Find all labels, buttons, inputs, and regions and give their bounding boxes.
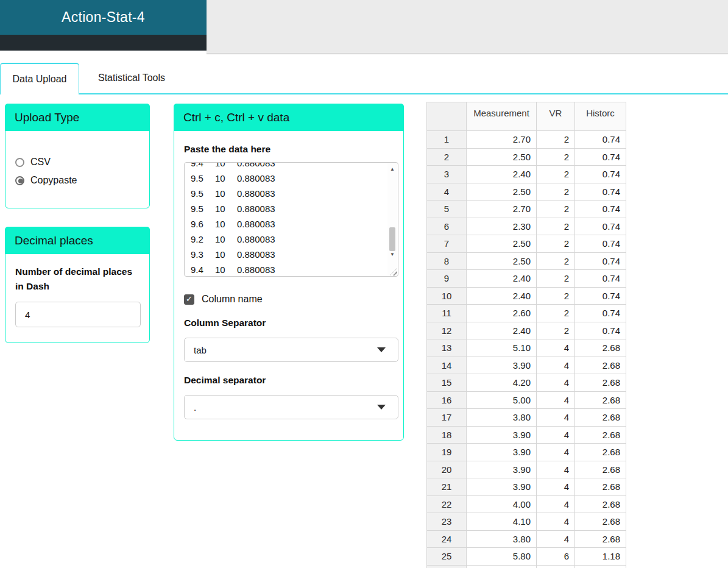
scroll-down-icon[interactable]: ▼	[387, 250, 397, 258]
index-column-header	[427, 102, 467, 131]
data-cell: 2	[537, 322, 575, 339]
table-row: 42.5020.74	[427, 183, 626, 201]
decimal-separator-label: Decimal separator	[184, 373, 394, 388]
data-cell: 1.18	[575, 548, 626, 566]
radio-option-label: CSV	[30, 157, 51, 168]
data-cell: 0.74	[575, 322, 626, 339]
table-row: 154.2042.68	[427, 374, 626, 392]
data-cell: 4	[537, 391, 575, 409]
data-cell: 4	[537, 444, 575, 461]
data-cell: 3.90	[467, 444, 537, 461]
tab-statistical-tools[interactable]: Statistical Tools	[79, 63, 184, 94]
data-cell: 2.68	[575, 409, 626, 427]
upload-type-card: Upload Type CSVCopypaste	[5, 104, 150, 208]
textarea-line: 9.5100.880083	[185, 186, 387, 201]
textarea-line: 9.5100.880083	[185, 171, 387, 186]
row-index-cell: 10	[427, 287, 467, 305]
data-cell: 2.68	[575, 495, 626, 513]
decimal-separator-value: .	[194, 402, 377, 413]
data-cell: 2.68	[575, 339, 626, 357]
table-row: 243.8042.68	[427, 530, 626, 548]
data-cell: 3.90	[467, 461, 537, 478]
table-row: 102.4020.74	[427, 287, 626, 305]
decimal-separator-select[interactable]: .	[184, 395, 398, 419]
paste-data-label: Paste the data here	[184, 142, 394, 157]
data-cell: 0.74	[575, 201, 626, 218]
table-row: 62.3020.74	[427, 218, 626, 235]
table-row: 193.9042.68	[427, 444, 626, 461]
data-cell: 2	[537, 148, 575, 166]
scrollbar-thumb[interactable]	[389, 227, 395, 251]
data-cell: 2	[537, 235, 575, 253]
data-cell: 2.68	[575, 513, 626, 531]
data-cell: 2	[537, 218, 575, 235]
row-index-cell: 21	[427, 478, 467, 496]
row-index-cell: 16	[427, 391, 467, 409]
table-row: 213.9042.68	[427, 478, 626, 496]
app-header: Action-Stat-4	[0, 0, 207, 35]
app-title: Action-Stat-4	[62, 9, 145, 26]
column-header: Historc	[575, 102, 626, 131]
header-dark-bar	[0, 35, 207, 51]
data-cell: 2.68	[575, 391, 626, 409]
checkbox-checked-icon[interactable]	[184, 294, 194, 305]
data-cell: 2.68	[575, 478, 626, 496]
data-cell: 0.74	[575, 131, 626, 149]
column-separator-select[interactable]: tab	[184, 338, 398, 362]
data-cell: 6	[537, 548, 575, 566]
textarea-scrollbar[interactable]: ▲ ▼	[387, 163, 397, 275]
decimal-places-input[interactable]	[15, 302, 141, 327]
textarea-line: 9.4100.880083	[185, 162, 387, 171]
decimal-places-card: Decimal places Number of decimal places …	[5, 227, 150, 343]
data-cell: 0.74	[575, 287, 626, 305]
table-row: 72.5020.74	[427, 235, 626, 253]
row-index-cell: 7	[427, 235, 467, 253]
data-cell: 0.74	[575, 218, 626, 235]
data-cell: 4.00	[467, 495, 537, 513]
table-row: 112.6020.74	[427, 305, 626, 322]
data-cell: 4	[537, 374, 575, 392]
row-index-cell: 3	[427, 166, 467, 183]
column-separator-value: tab	[194, 345, 377, 355]
data-cell: 2	[537, 252, 575, 270]
data-cell: 2.50	[467, 252, 537, 270]
row-index-cell: 19	[427, 444, 467, 461]
data-cell: 3.90	[467, 357, 537, 374]
paste-textarea[interactable]: 9.4100.8800839.5100.8800839.5100.8800839…	[184, 162, 398, 277]
radio-option-copypaste[interactable]: Copypaste	[15, 175, 140, 186]
row-index-cell: 15	[427, 374, 467, 392]
data-cell: 4	[537, 513, 575, 531]
row-index-cell: 9	[427, 270, 467, 288]
column-name-label: Column name	[202, 294, 263, 305]
radio-option-csv[interactable]: CSV	[15, 157, 140, 168]
data-cell: 0.74	[575, 270, 626, 288]
data-cell: 2.68	[575, 444, 626, 461]
data-cell: 4	[537, 357, 575, 374]
data-cell: 3.90	[467, 426, 537, 444]
data-cell: 2	[537, 287, 575, 305]
scroll-up-icon[interactable]: ▲	[387, 165, 397, 173]
table-row: 165.0042.68	[427, 391, 626, 409]
column-separator-label: Column Separator	[184, 316, 394, 330]
data-cell: 4	[537, 409, 575, 427]
data-cell: 2.68	[575, 461, 626, 478]
data-cell: 4	[537, 461, 575, 478]
tab-bar: Data Upload Statistical Tools	[0, 63, 728, 94]
row-index-cell: 18	[427, 426, 467, 444]
chevron-down-icon	[377, 347, 386, 352]
data-cell: 5.80	[467, 548, 537, 566]
column-header: VR	[537, 102, 575, 131]
radio-selected-icon[interactable]	[15, 176, 24, 185]
data-cell: 4.20	[467, 374, 537, 392]
data-cell: 4	[537, 339, 575, 357]
radio-unselected-icon[interactable]	[15, 158, 24, 167]
tab-data-upload[interactable]: Data Upload	[0, 63, 79, 94]
data-cell: 0.74	[575, 148, 626, 166]
row-index-cell: 24	[427, 530, 467, 548]
table-row: 143.9042.68	[427, 357, 626, 374]
row-index-cell: 8	[427, 252, 467, 270]
data-cell: 4	[537, 426, 575, 444]
row-index-cell: 11	[427, 305, 467, 322]
table-body: 12.7020.7422.5020.7432.4020.7442.5020.74…	[427, 131, 626, 568]
column-name-checkbox[interactable]: Column name	[184, 294, 394, 305]
